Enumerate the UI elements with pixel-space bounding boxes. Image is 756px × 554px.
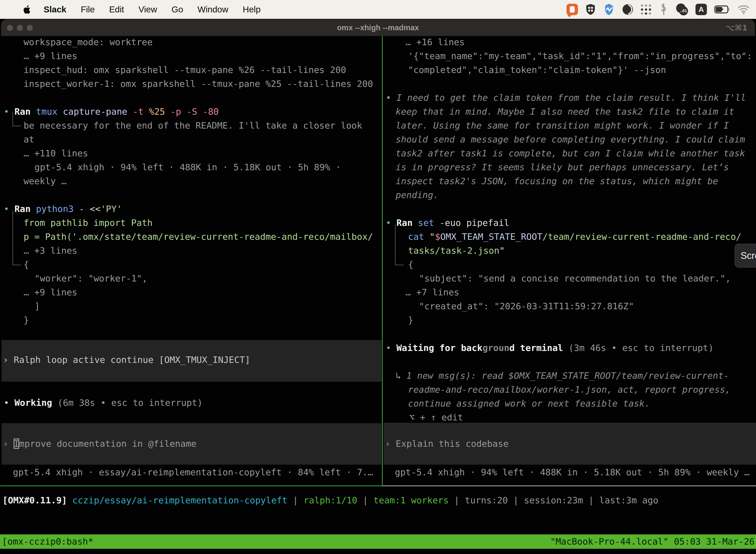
menu-item-window[interactable]: Window — [197, 4, 228, 14]
crescent-icon[interactable] — [622, 4, 633, 15]
pane-divider[interactable] — [382, 36, 383, 486]
screen-share-tooltip: Scre — [735, 244, 756, 268]
chat-app-icon[interactable] — [567, 4, 578, 15]
menu-item-file[interactable]: File — [81, 4, 94, 14]
tmux-host-clock: "MacBook-Pro-44.local" 05:03 31-Mar-26 — [550, 535, 756, 549]
tmux-session-label: [omx-cczip0:bash* — [0, 535, 93, 549]
menu-item-help[interactable]: Help — [243, 4, 261, 14]
menu-items: FileEditViewGoWindowHelp — [81, 4, 260, 14]
tmux-status-bar: [omx-cczip0:bash* "MacBook-Pro-44.local"… — [0, 535, 756, 549]
right-pane-border — [383, 486, 756, 486]
wifi-icon[interactable] — [738, 5, 750, 14]
status-icons: ..61 A — [567, 3, 750, 16]
percentage-badge-icon[interactable]: ..61 — [676, 3, 688, 15]
menu-item-go[interactable]: Go — [171, 4, 183, 14]
shield-icon[interactable] — [585, 3, 596, 15]
hook-icon[interactable] — [659, 3, 668, 16]
screen-share-tooltip-label: Scre — [741, 251, 756, 261]
apple-menu-icon[interactable] — [22, 4, 31, 14]
active-app-name[interactable]: Slack — [44, 4, 66, 14]
badge-61-label: ..61 — [679, 6, 688, 15]
battery-icon[interactable] — [714, 5, 730, 13]
screen: { "menu_bar": { "app_name": "Slack", "it… — [0, 0, 756, 554]
menu-item-edit[interactable]: Edit — [109, 4, 124, 14]
omx-status-line: [OMX#0.11.9] cczip/essay/ai-reimplementa… — [2, 493, 658, 507]
menu-bar: Slack FileEditViewGoWindowHelp ..61 A — [0, 0, 756, 19]
input-source-icon[interactable]: A — [695, 4, 707, 15]
pulse-badge-icon[interactable] — [603, 3, 615, 16]
dots-grid-icon[interactable] — [641, 4, 652, 15]
omx-status-bar: [OMX#0.11.9] cczip/essay/ai-reimplementa… — [0, 0, 756, 554]
input-source-label: A — [698, 5, 704, 14]
menu-item-view[interactable]: View — [138, 4, 157, 14]
left-pane-border — [0, 486, 383, 486]
